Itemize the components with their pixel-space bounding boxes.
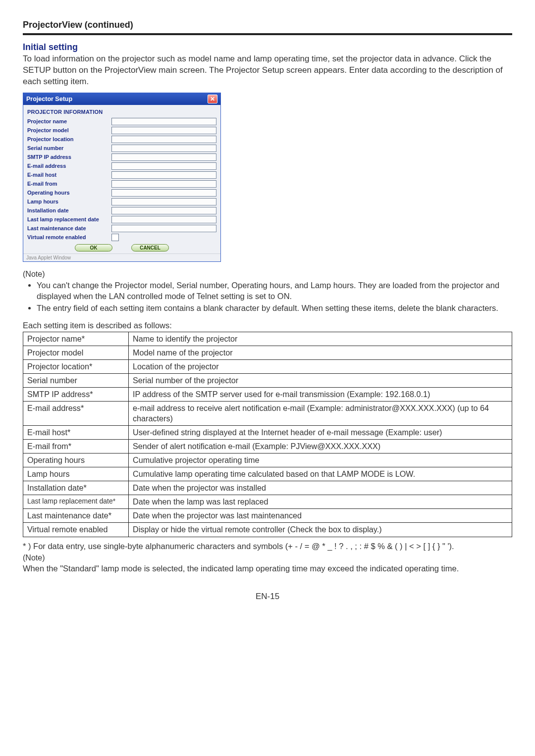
label-installation-date: Installation date <box>27 207 111 213</box>
ok-button[interactable]: OK <box>75 244 112 252</box>
table-cell-desc: Serial number of the projector <box>129 373 512 387</box>
checkbox-virtual-remote[interactable] <box>111 234 119 241</box>
table-row: Installation date*Date when the projecto… <box>23 481 512 495</box>
label-email-address: E-mail address <box>27 163 111 169</box>
table-row: Last maintenance date*Date when the proj… <box>23 509 512 523</box>
dialog-titlebar: Projector Setup ✕ <box>23 93 220 105</box>
note-item-2: The entry field of each setting item con… <box>37 302 512 313</box>
table-cell-item: Serial number <box>23 373 129 387</box>
table-cell-desc: IP address of the SMTP server used for e… <box>129 387 512 401</box>
row-last-maintenance-date: Last maintenance date <box>27 225 216 232</box>
input-installation-date[interactable] <box>111 207 216 214</box>
note-2-text: When the "Standard" lamp mode is selecte… <box>23 563 512 574</box>
label-lamp-hours: Lamp hours <box>27 199 111 204</box>
table-cell-item: E-mail address* <box>23 401 129 425</box>
note-list: You can't change the Projector model, Se… <box>37 280 512 314</box>
label-virtual-remote: Virtual remote enabled <box>27 234 111 240</box>
table-intro: Each setting item is described as follow… <box>23 321 512 330</box>
input-last-maintenance-date[interactable] <box>111 225 216 232</box>
dialog-title: Projector Setup <box>26 96 72 102</box>
table-cell-desc: Display or hide the virtual remote contr… <box>129 523 512 537</box>
cancel-button[interactable]: CANCEL <box>131 244 169 252</box>
input-operating-hours[interactable] <box>111 189 216 197</box>
label-projector-name: Projector name <box>27 118 111 124</box>
table-row: Projector name*Name to identify the proj… <box>23 332 512 346</box>
table-cell-desc: Location of the projector <box>129 359 512 373</box>
table-row: Lamp hoursCumulative lamp operating time… <box>23 467 512 481</box>
table-cell-item: Projector name* <box>23 332 129 346</box>
table-cell-item: SMTP IP address* <box>23 387 129 401</box>
projector-setup-dialog: Projector Setup ✕ PROJECTOR INFORMATION … <box>23 93 221 262</box>
row-email-address: E-mail address <box>27 162 216 170</box>
page-number: EN-15 <box>23 592 512 602</box>
label-email-host: E-mail host <box>27 172 111 178</box>
input-smtp-ip[interactable] <box>111 153 216 161</box>
dialog-button-row: OK CANCEL <box>27 244 216 252</box>
table-cell-item: Installation date* <box>23 481 129 495</box>
table-row: E-mail address*e-mail address to receive… <box>23 401 512 425</box>
label-serial-number: Serial number <box>27 145 111 151</box>
table-cell-desc: Date when the projector was last mainten… <box>129 509 512 523</box>
table-row: Projector modelModel name of the project… <box>23 346 512 359</box>
table-row: Last lamp replacement date*Date when the… <box>23 495 512 509</box>
dialog-section-head: PROJECTOR INFORMATION <box>27 109 216 115</box>
table-cell-item: Last maintenance date* <box>23 509 129 523</box>
label-email-from: E-mail from <box>27 181 111 187</box>
row-email-host: E-mail host <box>27 171 216 179</box>
note-label-2: (Note) <box>23 554 512 562</box>
row-last-lamp-date: Last lamp replacement date <box>27 216 216 223</box>
label-last-maintenance-date: Last maintenance date <box>27 225 111 231</box>
close-icon[interactable]: ✕ <box>208 95 217 103</box>
label-smtp-ip: SMTP IP address <box>27 154 111 160</box>
input-email-from[interactable] <box>111 180 216 188</box>
table-cell-item: Operating hours <box>23 454 129 467</box>
section-heading: Initial setting <box>23 42 512 52</box>
intro-paragraph: To load information on the projector suc… <box>23 53 512 88</box>
row-smtp-ip: SMTP IP address <box>27 153 216 161</box>
table-row: Virtual remote enabledDisplay or hide th… <box>23 523 512 537</box>
table-row: Projector location*Location of the proje… <box>23 359 512 373</box>
row-operating-hours: Operating hours <box>27 189 216 197</box>
label-last-lamp-date: Last lamp replacement date <box>27 216 111 222</box>
input-serial-number[interactable] <box>111 145 216 152</box>
table-row: Serial numberSerial number of the projec… <box>23 373 512 387</box>
table-cell-desc: User-defined string displayed at the Int… <box>129 426 512 440</box>
table-cell-desc: e-mail address to receive alert notifica… <box>129 401 512 425</box>
input-projector-location[interactable] <box>111 136 216 143</box>
table-cell-item: Last lamp replacement date* <box>23 495 129 509</box>
note-label-1: (Note) <box>23 270 512 279</box>
input-projector-name[interactable] <box>111 118 216 125</box>
note-item-1: You can't change the Projector model, Se… <box>37 280 512 302</box>
table-row: E-mail host*User-defined string displaye… <box>23 426 512 440</box>
table-row: E-mail from*Sender of alert notification… <box>23 440 512 454</box>
dialog-statusbar: Java Applet Window <box>23 253 220 261</box>
table-cell-desc: Date when the lamp was last replaced <box>129 495 512 509</box>
row-email-from: E-mail from <box>27 180 216 188</box>
table-cell-desc: Cumulative lamp operating time calculate… <box>129 467 512 481</box>
table-cell-item: E-mail from* <box>23 440 129 454</box>
table-cell-desc: Name to identify the projector <box>129 332 512 346</box>
input-email-host[interactable] <box>111 171 216 179</box>
row-installation-date: Installation date <box>27 207 216 214</box>
row-virtual-remote: Virtual remote enabled <box>27 234 216 241</box>
input-lamp-hours[interactable] <box>111 198 216 205</box>
table-cell-desc: Date when the projector was installed <box>129 481 512 495</box>
table-cell-desc: Cumulative projector operating time <box>129 454 512 467</box>
table-row: Operating hoursCumulative projector oper… <box>23 454 512 467</box>
input-last-lamp-date[interactable] <box>111 216 216 223</box>
label-projector-location: Projector location <box>27 136 111 142</box>
table-cell-item: Lamp hours <box>23 467 129 481</box>
dialog-body: PROJECTOR INFORMATION Projector name Pro… <box>23 105 220 253</box>
input-email-address[interactable] <box>111 162 216 170</box>
label-projector-model: Projector model <box>27 127 111 133</box>
table-row: SMTP IP address*IP address of the SMTP s… <box>23 387 512 401</box>
row-lamp-hours: Lamp hours <box>27 198 216 205</box>
page-title: ProjectorView (continued) <box>23 20 512 30</box>
row-projector-location: Projector location <box>27 136 216 143</box>
table-cell-item: Projector location* <box>23 359 129 373</box>
row-serial-number: Serial number <box>27 145 216 152</box>
table-cell-item: Virtual remote enabled <box>23 523 129 537</box>
table-cell-desc: Sender of alert notification e-mail (Exa… <box>129 440 512 454</box>
input-projector-model[interactable] <box>111 127 216 134</box>
table-cell-desc: Model name of the projector <box>129 346 512 359</box>
